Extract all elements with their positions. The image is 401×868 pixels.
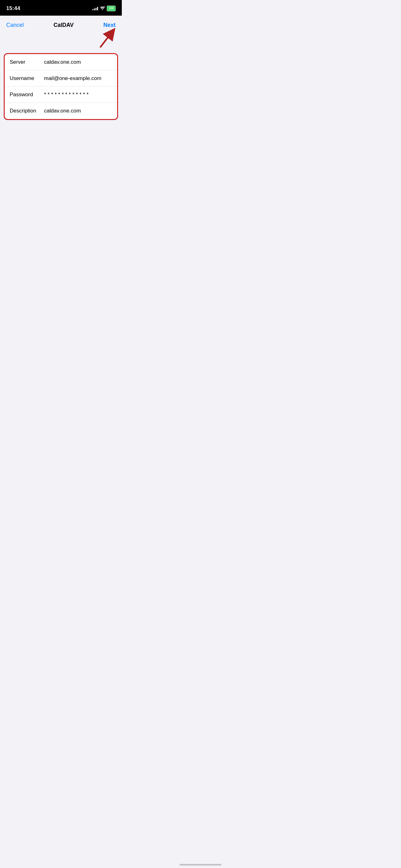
cancel-button[interactable]: Cancel — [6, 22, 24, 28]
signal-bars-icon — [93, 6, 98, 10]
server-value: caldav.one.com — [44, 59, 112, 65]
status-time: 15:44 — [6, 5, 20, 11]
status-icons: 100 — [93, 6, 115, 11]
password-label: Password — [10, 92, 44, 98]
server-label: Server — [10, 59, 44, 65]
status-bar: 15:44 100 — [0, 0, 122, 16]
page-title: CalDAV — [54, 22, 74, 28]
password-value: * * * * * * * * * * * * * — [44, 92, 112, 98]
description-row[interactable]: Description caldav.one.com — [5, 103, 117, 119]
arrow-icon — [94, 28, 116, 50]
password-row[interactable]: Password * * * * * * * * * * * * * — [5, 87, 117, 103]
wifi-icon — [100, 6, 105, 11]
form-section: Server caldav.one.com Username mail@one-… — [4, 53, 118, 120]
svg-line-2 — [101, 33, 111, 47]
server-row[interactable]: Server caldav.one.com — [5, 54, 117, 70]
page-content: Cancel CalDAV Next Server caldav.one.com… — [0, 16, 122, 264]
battery-icon: 100 — [107, 6, 115, 11]
description-label: Description — [10, 108, 44, 114]
username-row[interactable]: Username mail@one-example.com — [5, 70, 117, 87]
next-button[interactable]: Next — [103, 22, 115, 28]
arrow-annotation — [0, 34, 122, 50]
username-value: mail@one-example.com — [44, 75, 112, 82]
description-value: caldav.one.com — [44, 108, 112, 114]
username-label: Username — [10, 75, 44, 82]
svg-point-0 — [102, 9, 103, 10]
